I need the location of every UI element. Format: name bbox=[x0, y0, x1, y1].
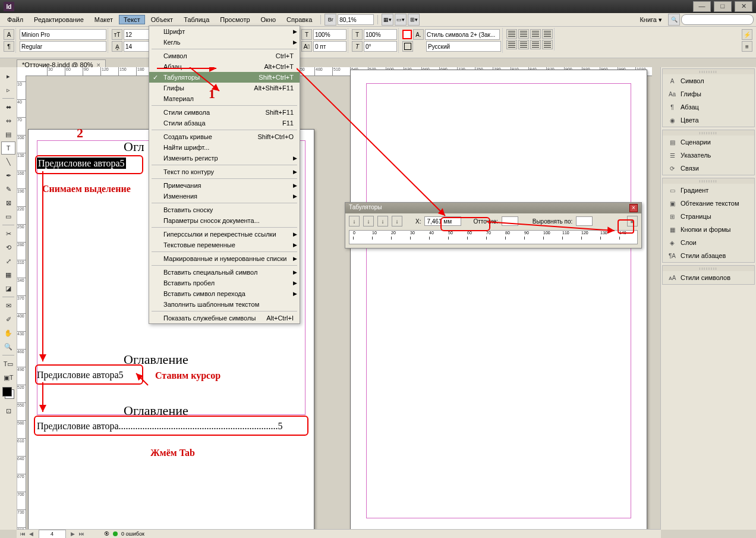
panel-Обтекание текстом[interactable]: ▣Обтекание текстом bbox=[663, 197, 754, 210]
align-right-button[interactable] bbox=[530, 29, 541, 39]
transform-tool[interactable]: ⟲ bbox=[1, 241, 15, 254]
stroke-icon[interactable] bbox=[402, 41, 413, 52]
menu-item[interactable]: Вставить специальный символ▶ bbox=[149, 267, 300, 278]
zoom-tool[interactable]: 🔍 bbox=[1, 340, 15, 353]
menu-file[interactable]: Файл bbox=[2, 15, 28, 24]
close-button[interactable]: ✕ bbox=[735, 1, 752, 12]
quick-apply-icon[interactable]: ⚡ bbox=[742, 29, 752, 40]
menu-edit[interactable]: Редактирование bbox=[29, 15, 89, 24]
menu-item[interactable]: Вставить символ перехода▶ bbox=[149, 288, 300, 299]
menu-item[interactable]: Заполнить шаблонным текстом bbox=[149, 299, 300, 310]
panel-Указатель[interactable]: ☰Указатель bbox=[663, 149, 754, 162]
gradient-feather-tool[interactable]: ◪ bbox=[1, 282, 15, 295]
tabs-leader-input[interactable] bbox=[502, 216, 518, 226]
note-tool[interactable]: ✉ bbox=[1, 299, 15, 312]
panel-Страницы[interactable]: ⊞Страницы bbox=[663, 210, 754, 223]
hscale-input[interactable] bbox=[364, 29, 397, 40]
minimize-button[interactable]: — bbox=[693, 1, 711, 12]
page-first-button[interactable]: ⏮ bbox=[19, 531, 26, 537]
menu-layout[interactable]: Макет bbox=[90, 15, 118, 24]
menu-object[interactable]: Объект bbox=[146, 15, 178, 24]
workspace-switcher[interactable]: Книга ▾ bbox=[635, 15, 667, 25]
menu-window[interactable]: Окно bbox=[256, 15, 281, 24]
char-style-input[interactable] bbox=[425, 29, 500, 40]
menu-view[interactable]: Просмотр bbox=[215, 15, 254, 24]
panel-Связи[interactable]: ⟳Связи bbox=[663, 162, 754, 175]
view-options-icon[interactable]: ▦▾ bbox=[382, 14, 393, 26]
panel-menu-icon[interactable]: ≡ bbox=[742, 41, 752, 52]
menu-item[interactable]: Создать кривыеShift+Ctrl+O bbox=[149, 131, 300, 142]
menu-item[interactable]: Маркированные и нумерованные списки▶ bbox=[149, 253, 300, 264]
vscale-input[interactable] bbox=[313, 29, 346, 40]
page-prev-button[interactable]: ◀ bbox=[28, 531, 35, 537]
menu-item[interactable]: Текстовые переменные▶ bbox=[149, 240, 300, 250]
menu-item[interactable]: Изменения▶ bbox=[149, 191, 300, 202]
toc-line-cursor[interactable]: Предисловие автора5 bbox=[37, 370, 124, 380]
font-style-input[interactable] bbox=[20, 41, 106, 52]
search-input[interactable] bbox=[681, 14, 754, 25]
menu-item[interactable]: Параметры сносок документа... bbox=[149, 215, 300, 226]
hand-tool[interactable]: ✋ bbox=[1, 326, 15, 339]
align-justify-right-button[interactable] bbox=[530, 40, 541, 49]
tab-align-left-button[interactable]: ↓ bbox=[349, 216, 360, 226]
line-tool[interactable]: ╲ bbox=[1, 155, 15, 168]
tab-align-decimal-button[interactable]: ↓ bbox=[392, 216, 402, 226]
menu-item[interactable]: Вставить пробел▶ bbox=[149, 278, 300, 288]
preflight-errors-label[interactable]: 0 ошибок bbox=[121, 531, 144, 537]
rectangle-tool[interactable]: ▭ bbox=[1, 210, 15, 223]
maximize-button[interactable]: □ bbox=[714, 1, 732, 12]
view-mode-button[interactable]: ▣T bbox=[1, 371, 15, 384]
page-tool[interactable]: ⬌ bbox=[1, 100, 15, 114]
panel-Глифы[interactable]: AaГлифы bbox=[663, 87, 754, 100]
menu-item[interactable]: ГлифыAlt+Shift+F11 bbox=[149, 83, 300, 93]
panel-Цвета[interactable]: ◉Цвета bbox=[663, 114, 754, 127]
tabs-x-input[interactable] bbox=[424, 216, 461, 226]
menu-item[interactable]: Текст по контуру▶ bbox=[149, 166, 300, 177]
screen-mode-button[interactable]: ⊡ bbox=[1, 404, 15, 417]
panel-Градиент[interactable]: ▭Градиент bbox=[663, 184, 754, 197]
toc-line-leader[interactable]: Предисловие автора......................… bbox=[37, 421, 283, 432]
menu-help[interactable]: Справка bbox=[282, 15, 317, 24]
page-next-button[interactable]: ▶ bbox=[70, 531, 77, 537]
font-family-input[interactable] bbox=[20, 29, 106, 40]
menu-item[interactable]: Примечания▶ bbox=[149, 180, 300, 191]
tab-align-right-button[interactable]: ↓ bbox=[377, 216, 388, 226]
align-justify-left-button[interactable] bbox=[506, 40, 517, 49]
page-last-button[interactable]: ⏭ bbox=[78, 531, 85, 537]
menu-item[interactable]: Найти шрифт... bbox=[149, 142, 300, 153]
panel-Кнопки и формы[interactable]: ▦Кнопки и формы bbox=[663, 223, 754, 236]
menu-item[interactable]: Стили символаShift+F11 bbox=[149, 107, 300, 118]
skew-input[interactable] bbox=[364, 41, 397, 52]
type-tool[interactable]: T bbox=[1, 141, 15, 155]
align-toward-spine-button[interactable] bbox=[542, 40, 553, 49]
menu-item[interactable]: СимволCtrl+T bbox=[149, 51, 300, 61]
eyedropper-tool[interactable]: ✐ bbox=[1, 313, 15, 326]
menu-item[interactable]: ✓ТабуляторыShift+Ctrl+T bbox=[149, 72, 300, 83]
align-center-button[interactable] bbox=[518, 29, 529, 39]
menu-item[interactable]: Шрифт▶ bbox=[149, 26, 300, 37]
menu-item[interactable]: Вставить сноску bbox=[149, 204, 300, 215]
baseline-input[interactable] bbox=[313, 41, 346, 52]
tabs-panel[interactable]: Табуляторы × ↓ ↓ ↓ ↓ X: Отточие: Выровня… bbox=[345, 202, 642, 248]
pen-tool[interactable]: ✒ bbox=[1, 169, 15, 182]
selection-tool[interactable]: ▸ bbox=[1, 70, 15, 83]
menu-item[interactable]: Гиперссылки и перекрестные ссылки▶ bbox=[149, 229, 300, 240]
format-affects-button[interactable]: T▭ bbox=[1, 357, 15, 370]
content-collector-tool[interactable]: ▤ bbox=[1, 128, 15, 141]
arrange-icon[interactable]: ⊞▾ bbox=[408, 14, 420, 26]
scale-tool[interactable]: ⤢ bbox=[1, 254, 15, 268]
tabs-panel-ruler[interactable]: 0102030405060708090100110120130140 bbox=[349, 230, 638, 244]
tabs-align-input[interactable] bbox=[576, 216, 593, 226]
page-right[interactable] bbox=[350, 70, 647, 530]
preflight-icon[interactable]: ⦿ bbox=[104, 531, 109, 537]
menu-item[interactable]: Материал bbox=[149, 93, 300, 104]
panel-Стили абзацев[interactable]: ¶AСтили абзацев bbox=[663, 249, 754, 262]
panel-Стили символов[interactable]: ᴀAСтили символов bbox=[663, 271, 754, 284]
screen-mode-icon[interactable]: ▭▾ bbox=[395, 14, 407, 26]
char-format-icon[interactable]: A bbox=[4, 29, 14, 40]
align-justify-center-button[interactable] bbox=[518, 40, 529, 49]
scissors-tool[interactable]: ✂ bbox=[1, 227, 15, 240]
direct-selection-tool[interactable]: ▹ bbox=[1, 83, 15, 96]
menu-item[interactable]: Стили абзацаF11 bbox=[149, 118, 300, 128]
swatch-tool[interactable] bbox=[2, 387, 14, 399]
